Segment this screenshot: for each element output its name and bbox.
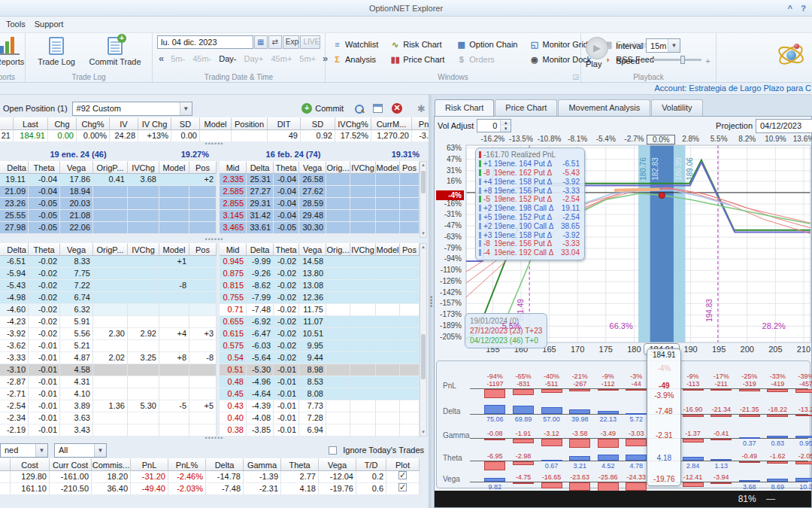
tab-movement-analysis[interactable]: Movement Analysis [558, 99, 650, 116]
option-row[interactable]: -2.54-0.013.891.365.30-5+5 [0, 400, 217, 412]
date-step-Day-[interactable]: Day- [219, 54, 236, 63]
tab-volatility[interactable]: Volatility [651, 99, 702, 116]
option-row[interactable]: 2.33525.31-0.0426.58 [220, 174, 420, 186]
option-row[interactable]: 0.43-4.39-0.017.73 [220, 400, 420, 412]
option-row[interactable]: 0.51-5.30-0.018.98 [220, 364, 420, 376]
scroll-up-icon[interactable]: ▲ [420, 244, 426, 251]
option-row[interactable]: -4.23-0.025.91 [0, 316, 217, 328]
vol-adjust-stepper[interactable]: 0 ▲▼ [477, 119, 511, 132]
splitter-handle[interactable]: •••••• [0, 142, 429, 148]
option-row[interactable]: 0.48-4.96-0.018.53 [220, 376, 420, 388]
tab-price-chart[interactable]: Price Chart [495, 99, 557, 116]
trade-row[interactable]: 161.10-210.5036.40-49.40-2.03%-7.48-2.31… [0, 483, 429, 495]
splitter-handle[interactable]: •••••• [0, 437, 429, 442]
vertical-scrollbar[interactable]: ▲▼ [420, 243, 427, 437]
option-row[interactable]: 27.98-0.0522.06 [0, 222, 217, 234]
play-button[interactable]: ▶ [586, 37, 608, 59]
ribbon-collapse-icon[interactable]: ^ [788, 0, 792, 17]
option-row[interactable]: 0.71-7.48-0.0211.75 [220, 304, 420, 316]
export-grid-icon[interactable] [373, 104, 383, 113]
table-row[interactable]: 21184.910.000.00%24.28+13%0.00 [0, 130, 268, 142]
panel-splitter[interactable]: •••• [429, 95, 434, 508]
menu-tools[interactable]: Tools [6, 17, 35, 29]
option-row[interactable]: 3.46533.61-0.0530.30 [220, 222, 420, 234]
speed-slider[interactable] [652, 59, 701, 61]
option-row[interactable]: 25.55-0.0521.08 [0, 210, 217, 222]
windows-button-option-chain[interactable]: ▦Option Chain [454, 38, 520, 50]
commit-button[interactable]: + Commit [301, 103, 344, 114]
option-row[interactable]: -2.87-0.014.31 [0, 376, 217, 388]
option-row[interactable]: 2.58527.27-0.0427.62 [220, 186, 420, 198]
option-row[interactable]: -3.62-0.015.21 [0, 340, 217, 352]
option-row[interactable]: 19.11-0.0417.860.413.68+2 [0, 174, 217, 186]
date-annotation-box[interactable]: 19/01/2024 (0)27/12/2023 (23) T+2304/12/… [465, 313, 547, 348]
gear-icon[interactable]: ✱ [417, 104, 426, 114]
exp-button[interactable]: Exp [283, 35, 300, 49]
plot-checkbox[interactable] [398, 483, 407, 491]
time-shift-icon[interactable]: ⇄ [268, 35, 282, 49]
date-step-45m-[interactable]: 45m- [192, 54, 211, 63]
option-row[interactable]: -3.10-0.014.58 [0, 364, 217, 376]
commit-trade-button[interactable]: Commit Trade [83, 35, 147, 68]
trade-log-button[interactable]: Trade Log [30, 35, 83, 68]
scroll-thumb[interactable] [421, 334, 426, 379]
option-row[interactable]: 23.26-0.0520.03 [0, 198, 217, 210]
date-step-45m+[interactable]: 45m+ [271, 54, 292, 63]
option-row[interactable]: 21.09-0.0418.94 [0, 186, 217, 198]
help-icon[interactable]: ? [801, 0, 806, 17]
option-row[interactable]: 0.755-7.99-0.0212.36 [220, 292, 420, 304]
option-row[interactable]: -5.43-0.027.22-8 [0, 280, 217, 292]
ignore-trades-checkbox[interactable] [329, 446, 337, 455]
interval-select[interactable]: 15m ▼ [646, 38, 680, 53]
option-row[interactable]: 0.615-6.47-0.0210.51 [220, 328, 420, 340]
dialog-launcher-icon[interactable]: ◲ [572, 73, 579, 81]
plot-checkbox[interactable] [398, 471, 407, 479]
option-row[interactable]: 0.655-6.92-0.0211.07 [220, 316, 420, 328]
option-row[interactable]: 0.815-8.62-0.0213.08 [220, 280, 420, 292]
option-row[interactable]: 0.575-6.03-0.029.95 [220, 340, 420, 352]
trade-type-select[interactable]: All ▼ [54, 443, 107, 458]
scroll-down-icon[interactable]: ▼ [420, 429, 426, 436]
live-button[interactable]: LIVE [300, 35, 320, 49]
trade-row[interactable]: 129.80-161.0018.20-31.20-2.46%-14.78-1.3… [0, 471, 429, 483]
splitter-handle[interactable]: •••••• [0, 238, 429, 243]
vertical-scrollbar[interactable]: ▲▼ [420, 161, 427, 238]
date-step-Day+[interactable]: Day+ [244, 54, 263, 63]
option-row[interactable]: -2.71-0.014.10 [0, 388, 217, 400]
option-row[interactable]: -3.33-0.014.872.023.25+8-8 [0, 352, 217, 364]
position-legend[interactable]: -161.70 Realized PnL+119ene. 164 Put Δ-6… [475, 148, 585, 260]
step-back-icon[interactable]: « [159, 53, 164, 64]
option-row[interactable]: 0.54-5.64-0.029.44 [220, 352, 420, 364]
option-row[interactable]: -2.34-0.013.63 [0, 412, 217, 424]
date-step-5m+[interactable]: 5m+ [299, 54, 316, 63]
search-icon[interactable] [354, 104, 364, 114]
tab-risk-chart[interactable]: Risk Chart [435, 99, 494, 116]
windows-button-watchlist[interactable]: ≡Watchlist [330, 38, 380, 50]
date-step-5m-[interactable]: 5m- [171, 54, 185, 63]
windows-button-risk-chart[interactable]: ∿Risk Chart [388, 38, 447, 50]
scroll-thumb[interactable] [421, 171, 426, 193]
table-row[interactable]: 490.9217.52%1,270.20-3.89% [268, 130, 429, 142]
option-row[interactable]: -3.92-0.025.562.302.92+4+3 [0, 328, 217, 340]
option-row[interactable]: 0.945-9.99-0.0214.58 [220, 256, 420, 268]
projection-date-input[interactable]: 04/12/2023 [756, 119, 812, 133]
calendar-icon[interactable]: ▦ [254, 35, 268, 49]
option-row[interactable]: -4.98-0.026.74 [0, 292, 217, 304]
option-row[interactable]: -4.60-0.026.32 [0, 304, 217, 316]
option-row[interactable]: -5.94-0.027.75 [0, 268, 217, 280]
option-row[interactable]: -2.19-0.013.43 [0, 424, 217, 437]
scroll-up-icon[interactable]: ▲ [420, 162, 426, 169]
option-row[interactable]: 2.85529.31-0.0428.59 [220, 198, 420, 210]
option-row[interactable]: -6.51-0.028.33+1 [0, 256, 217, 268]
windows-button-price-chart[interactable]: ▮▮Price Chart [388, 53, 447, 65]
option-row[interactable]: 0.45-4.64-0.018.08 [220, 388, 420, 400]
trading-date-input[interactable]: lu. 04 dic. 2023 [157, 35, 253, 49]
close-position-icon[interactable]: ✕ [392, 103, 402, 114]
option-row[interactable]: 3.14531.42-0.0429.48 [220, 210, 420, 222]
windows-button-analysis[interactable]: ΣAnalysis [330, 53, 380, 65]
strategy-select[interactable]: #92 Custom ▼ [72, 102, 192, 116]
trade-filter-select[interactable]: ned ▼ [0, 443, 48, 458]
option-row[interactable]: 0.875-9.26-0.0213.80 [220, 268, 420, 280]
option-row[interactable]: 0.38-3.85-0.016.94 [220, 424, 420, 437]
menu-support[interactable]: Support [35, 17, 73, 29]
